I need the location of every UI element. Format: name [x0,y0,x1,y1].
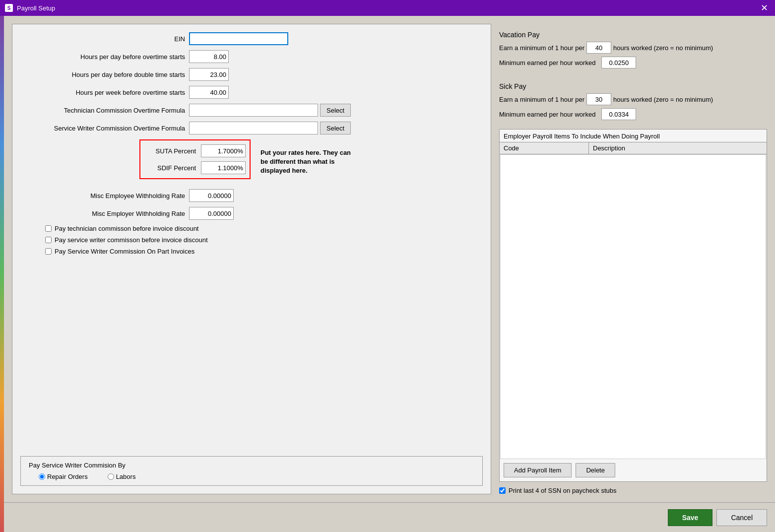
tech-comm-input[interactable] [189,104,318,117]
hours-week-label: Hours per week before overtime starts [20,89,189,96]
vac-earn-row: Earn a minimum of 1 hour per hours worke… [499,42,767,54]
checkbox1[interactable] [45,225,52,232]
window-title: Payroll Setup [17,4,55,12]
hours-overtime-label: Hours per day before overtime starts [20,53,189,61]
misc-er-row: Misc Employer Withholding Rate [20,207,483,220]
hours-overtime-row: Hours per day before overtime starts [20,50,483,63]
tech-select-button[interactable]: Select [320,104,351,117]
sdif-label: SDIF Percent [144,164,199,172]
sick-min-input[interactable] [601,108,636,120]
misc-emp-row: Misc Employee Withholding Rate [20,189,483,202]
add-payroll-button[interactable]: Add Payroll Item [504,463,572,477]
print-ssn-row: Print last 4 of SSN on paycheck stubs [499,487,767,494]
left-panel: EIN Hours per day before overtime starts… [12,24,491,494]
right-panel: Vacation Pay Earn a minimum of 1 hour pe… [499,24,767,494]
checkbox3-label: Pay Service Writer Commission On Part In… [55,248,194,255]
sdif-input[interactable] [201,161,246,174]
vac-hours-label: hours worked (zero = no minimum) [613,44,713,52]
radio-repair-orders[interactable] [39,473,45,480]
left-stripe [0,16,4,532]
sick-earn-row: Earn a minimum of 1 hour per hours worke… [499,93,767,105]
highlight-box: SUTA Percent SDIF Percent [139,139,251,179]
misc-emp-label: Misc Employee Withholding Rate [20,192,189,200]
misc-emp-input[interactable] [189,189,234,202]
service-select-button[interactable]: Select [320,122,351,134]
checkbox1-row: Pay technician commisson before invoice … [45,225,483,232]
close-button[interactable]: ✕ [759,3,770,12]
sick-hours-label: hours worked (zero = no minimum) [613,96,713,103]
checkbox2-row: Pay service writer commisson before invo… [45,236,483,244]
checkbox2[interactable] [45,237,52,243]
main-content: EIN Hours per day before overtime starts… [0,16,775,502]
vacation-title: Vacation Pay [499,31,767,39]
tech-comm-row: Technician Commission Overtime Formula S… [20,104,483,117]
sick-min-label: Minimum earned per hour worked [499,111,595,118]
hours-overtime-input[interactable] [189,50,229,63]
suta-label: SUTA Percent [144,147,199,155]
misc-er-input[interactable] [189,207,234,220]
suta-sdif-section: SUTA Percent SDIF Percent Put your rates… [139,139,483,184]
employer-section: Employer Payroll Items To Include When D… [499,129,767,482]
table-body [500,154,766,459]
sick-min-row: Minimum earned per hour worked [499,108,767,120]
checkbox3-row: Pay Service Writer Commission On Part In… [45,248,483,255]
service-comm-row: Service Writer Commission Overtime Formu… [20,122,483,134]
table-footer-btns: Add Payroll Item Delete [500,459,767,481]
delete-button[interactable]: Delete [576,463,615,477]
vac-min-row: Minimum earned per hour worked [499,57,767,68]
rates-note: Put your rates here. They can be differe… [260,148,360,176]
table-header: Code Description [500,142,767,154]
tech-comm-label: Technician Commission Overtime Formula [20,107,189,114]
ein-input[interactable] [189,32,288,45]
vac-min-label: Minimum earned per hour worked [499,59,595,66]
vac-hours-input[interactable] [586,42,611,54]
suta-input[interactable] [201,144,246,157]
radio-labors[interactable] [108,473,114,480]
cancel-button[interactable]: Cancel [716,509,767,526]
title-bar: S Payroll Setup ✕ [0,0,775,16]
print-ssn-label: Print last 4 of SSN on paycheck stubs [509,487,617,494]
sdif-row: SDIF Percent [144,161,246,174]
table-code-header: Code [500,142,589,154]
hours-double-row: Hours per day before double time starts [20,68,483,81]
misc-er-label: Misc Employer Withholding Rate [20,210,189,217]
radio-labors-label[interactable]: Labors [108,473,136,480]
table-desc-header: Description [589,142,767,154]
ein-label: EIN [20,35,189,43]
sick-title: Sick Pay [499,82,767,90]
sick-section: Sick Pay Earn a minimum of 1 hour per ho… [499,77,767,122]
checkbox1-label: Pay technician commisson before invoice … [55,225,198,232]
checkbox3[interactable] [45,248,52,255]
app-icon: S [5,4,13,12]
save-button[interactable]: Save [668,509,713,526]
print-ssn-checkbox[interactable] [499,487,506,494]
hours-double-input[interactable] [189,68,229,81]
radio-repair-label[interactable]: Repair Orders [39,473,88,480]
vac-min-input[interactable] [601,57,636,68]
hours-double-label: Hours per day before double time starts [20,71,189,78]
checkbox2-label: Pay service writer commisson before invo… [55,236,208,244]
pay-writer-title: Pay Service Writer Commision By [29,462,474,469]
vacation-section: Vacation Pay Earn a minimum of 1 hour pe… [499,26,767,70]
sick-hours-input[interactable] [586,93,611,105]
radio-row: Repair Orders Labors [39,473,474,480]
service-comm-input[interactable] [189,122,318,134]
hours-week-row: Hours per week before overtime starts [20,86,483,99]
service-comm-label: Service Writer Commission Overtime Formu… [20,125,189,132]
suta-row: SUTA Percent [144,144,246,157]
vac-earn-label: Earn a minimum of 1 hour per [499,44,584,52]
sick-earn-label: Earn a minimum of 1 hour per [499,96,584,103]
ein-row: EIN [20,32,483,45]
pay-writer-section: Pay Service Writer Commision By Repair O… [20,456,483,486]
hours-week-input[interactable] [189,86,229,99]
employer-title: Employer Payroll Items To Include When D… [500,130,767,142]
bottom-bar: Save Cancel [0,502,775,532]
